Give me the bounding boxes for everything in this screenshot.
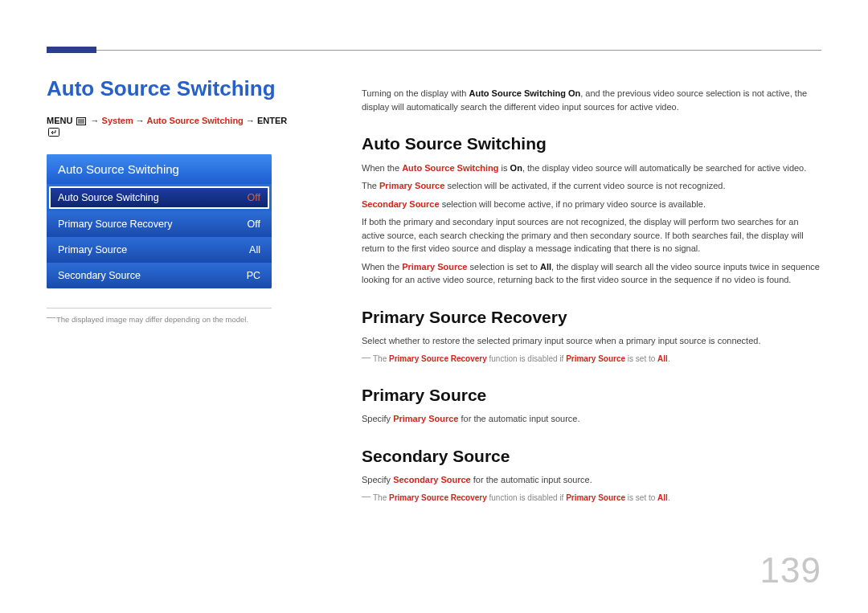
heading-primary-source: Primary Source (362, 382, 824, 408)
osd-menu-item-secondary-source[interactable]: Secondary Source PC (47, 263, 272, 288)
osd-menu-header: Auto Source Switching (47, 154, 272, 184)
page-number: 139 (760, 550, 821, 591)
s1-p5: When the Primary Source selection is set… (362, 260, 824, 287)
intro-paragraph: Turning on the display with Auto Source … (362, 87, 824, 113)
left-column: Auto Source Switching MENU → System → Au… (47, 76, 288, 324)
menu-item-value: Off (248, 219, 260, 230)
osd-menu: Auto Source Switching Auto Source Switch… (47, 154, 272, 288)
breadcrumb-system: System (102, 116, 133, 125)
menu-item-label: Auto Source Switching (58, 192, 159, 203)
right-column: Turning on the display with Auto Source … (362, 82, 824, 504)
osd-menu-item-auto-source[interactable]: Auto Source Switching Off (49, 186, 269, 209)
enter-icon (48, 127, 59, 137)
heading-primary-source-recovery: Primary Source Recovery (362, 304, 824, 330)
menu-item-label: Secondary Source (58, 270, 141, 281)
breadcrumb-menu-label: MENU (47, 116, 72, 125)
breadcrumb-arrow-3: → (246, 116, 255, 125)
s4-note: The Primary Source Recovery function is … (362, 492, 824, 504)
s3-p1: Specify Primary Source for the automatic… (362, 412, 824, 426)
breadcrumb-arrow-2: → (136, 116, 145, 125)
osd-menu-item-primary-source[interactable]: Primary Source All (47, 237, 272, 263)
breadcrumb-arrow-1: → (91, 116, 100, 125)
page-title: Auto Source Switching (47, 76, 288, 101)
s1-p1: When the Auto Source Switching is On, th… (362, 161, 824, 175)
menu-item-label: Primary Source Recovery (58, 219, 172, 230)
menu-item-label: Primary Source (58, 244, 127, 255)
heading-secondary-source: Secondary Source (362, 443, 824, 469)
header-rule (47, 50, 821, 51)
s4-p1: Specify Secondary Source for the automat… (362, 473, 824, 487)
s1-p4: If both the primary and secondary input … (362, 215, 824, 255)
menu-icon (76, 116, 86, 126)
breadcrumb-auto-source: Auto Source Switching (146, 116, 243, 125)
breadcrumb: MENU → System → Auto Source Switching → … (47, 116, 288, 137)
breadcrumb-enter-label: ENTER (257, 116, 287, 125)
s2-note: The Primary Source Recovery function is … (362, 353, 824, 365)
menu-item-value: PC (247, 270, 260, 281)
s2-p1: Select whether to restore the selected p… (362, 334, 824, 348)
s1-p2: The Primary Source selection will be act… (362, 179, 824, 193)
osd-menu-item-primary-recovery[interactable]: Primary Source Recovery Off (47, 211, 272, 237)
heading-auto-source-switching: Auto Source Switching (362, 131, 824, 157)
header-accent (47, 47, 96, 53)
left-footnote: The displayed image may differ depending… (47, 315, 288, 324)
menu-item-value: Off (248, 192, 260, 203)
s1-p3: Secondary Source selection will become a… (362, 198, 824, 211)
divider (47, 308, 272, 309)
menu-item-value: All (249, 244, 260, 255)
